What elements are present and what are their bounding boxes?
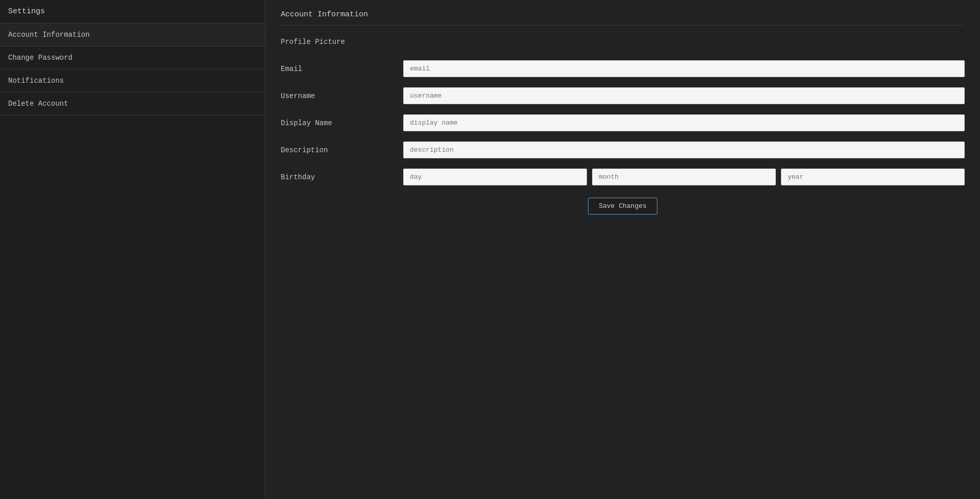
display-name-label: Display Name (281, 119, 393, 127)
birthday-month-input[interactable] (592, 169, 776, 185)
sidebar-item-change-password[interactable]: Change Password (0, 46, 265, 69)
profile-picture-label: Profile Picture (281, 38, 965, 46)
save-changes-button[interactable]: Save Changes (588, 198, 657, 215)
sidebar-item-account-information[interactable]: Account Information (0, 23, 265, 46)
sidebar-title: Settings (0, 0, 265, 23)
save-button-row: Save Changes (281, 198, 965, 215)
display-name-row: Display Name (281, 114, 965, 131)
page-title: Account Information (281, 10, 965, 26)
form-section: Profile Picture Email Username Display N… (281, 38, 965, 215)
description-input[interactable] (403, 141, 965, 158)
email-input[interactable] (403, 60, 965, 77)
description-label: Description (281, 146, 393, 154)
sidebar-item-notifications[interactable]: Notifications (0, 69, 265, 92)
description-row: Description (281, 141, 965, 158)
username-label: Username (281, 92, 393, 100)
birthday-day-input[interactable] (403, 169, 587, 185)
birthday-row: Birthday (281, 169, 965, 185)
birthday-inputs (403, 169, 965, 185)
sidebar: Settings Account Information Change Pass… (0, 0, 265, 499)
main-content: Account Information Profile Picture Emai… (265, 0, 980, 499)
sidebar-item-delete-account[interactable]: Delete Account (0, 92, 265, 115)
email-row: Email (281, 60, 965, 77)
username-row: Username (281, 87, 965, 104)
birthday-label: Birthday (281, 173, 393, 181)
username-input[interactable] (403, 87, 965, 104)
birthday-year-input[interactable] (781, 169, 965, 185)
email-label: Email (281, 65, 393, 73)
display-name-input[interactable] (403, 114, 965, 131)
